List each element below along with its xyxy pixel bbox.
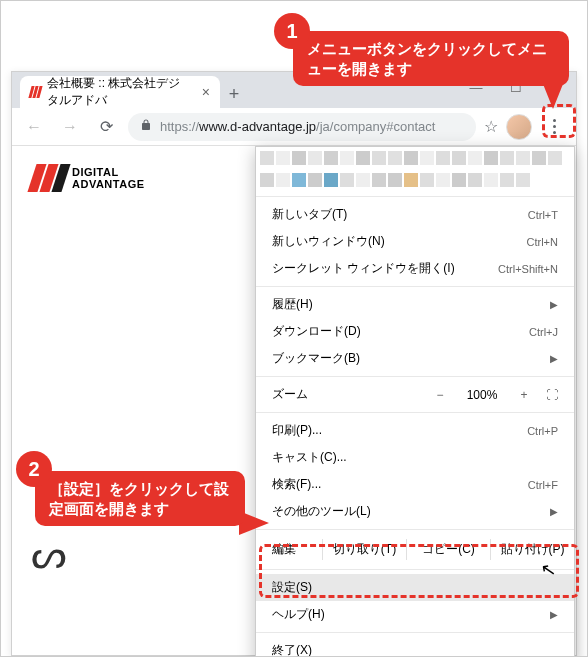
page-decoration: ᔕ [31, 531, 67, 578]
menu-history[interactable]: 履歴(H)▶ [256, 291, 574, 318]
chevron-right-icon: ▶ [550, 609, 558, 620]
menu-downloads[interactable]: ダウンロード(D)Ctrl+J [256, 318, 574, 345]
url-input[interactable]: https://www.d-advantage.jp/ja/company#co… [128, 113, 476, 141]
menu-bookmarks[interactable]: ブックマーク(B)▶ [256, 345, 574, 372]
menu-incognito[interactable]: シークレット ウィンドウを開く(I)Ctrl+Shift+N [256, 255, 574, 282]
profile-avatar[interactable] [506, 114, 532, 140]
menu-paste[interactable]: 貼り付け(P) [490, 539, 574, 560]
chevron-right-icon: ▶ [550, 299, 558, 310]
tab-favicon [30, 86, 41, 98]
callout-badge-2: 2 [16, 451, 52, 487]
chevron-right-icon: ▶ [550, 353, 558, 364]
menu-edit-row: 編集 切り取り(T) コピー(C) 貼り付け(P) [256, 534, 574, 565]
callout-1: メニューボタンをクリックしてメニューを開きます [293, 31, 569, 86]
logo-line1: DIGITAL [72, 166, 145, 178]
back-button[interactable]: ← [20, 113, 48, 141]
menu-new-tab[interactable]: 新しいタブ(T)Ctrl+T [256, 201, 574, 228]
zoom-out-button[interactable]: − [430, 388, 450, 402]
zoom-in-button[interactable]: + [514, 388, 534, 402]
menu-more-tools[interactable]: その他のツール(L)▶ [256, 498, 574, 525]
browser-tab[interactable]: 会社概要 :: 株式会社デジタルアドバ × [20, 76, 220, 108]
address-bar: ← → ⟳ https://www.d-advantage.jp/ja/comp… [12, 108, 576, 146]
menu-zoom: ズーム − 100% + ⛶ [256, 381, 574, 408]
menu-cast[interactable]: キャスト(C)... [256, 444, 574, 471]
zoom-value: 100% [462, 388, 502, 402]
callout-2: ［設定］をクリックして設定画面を開きます [35, 471, 245, 526]
menu-print[interactable]: 印刷(P)...Ctrl+P [256, 417, 574, 444]
menu-find[interactable]: 検索(F)...Ctrl+F [256, 471, 574, 498]
lock-icon [140, 119, 152, 134]
logo-line2: ADVANTAGE [72, 178, 145, 190]
close-tab-icon[interactable]: × [202, 84, 210, 100]
forward-button[interactable]: → [56, 113, 84, 141]
chrome-menu: 新しいタブ(T)Ctrl+T 新しいウィンドウ(N)Ctrl+N シークレット … [255, 146, 575, 657]
menu-help[interactable]: ヘルプ(H)▶ [256, 601, 574, 628]
callout-badge-1: 1 [274, 13, 310, 49]
menu-copy[interactable]: コピー(C) [406, 539, 490, 560]
menu-cut[interactable]: 切り取り(T) [322, 539, 406, 560]
chrome-menu-button[interactable] [540, 113, 568, 141]
menu-exit[interactable]: 終了(X) [256, 637, 574, 657]
url-text: https://www.d-advantage.jp/ja/company#co… [160, 119, 435, 134]
menu-new-window[interactable]: 新しいウィンドウ(N)Ctrl+N [256, 228, 574, 255]
tab-title: 会社概要 :: 株式会社デジタルアドバ [47, 75, 190, 109]
bookmark-star-icon[interactable]: ☆ [484, 117, 498, 136]
fullscreen-icon[interactable]: ⛶ [546, 388, 558, 402]
menu-header-blurred [256, 147, 574, 197]
chevron-right-icon: ▶ [550, 506, 558, 517]
menu-settings[interactable]: 設定(S) [256, 574, 574, 601]
reload-button[interactable]: ⟳ [92, 113, 120, 141]
new-tab-button[interactable]: + [220, 80, 248, 108]
